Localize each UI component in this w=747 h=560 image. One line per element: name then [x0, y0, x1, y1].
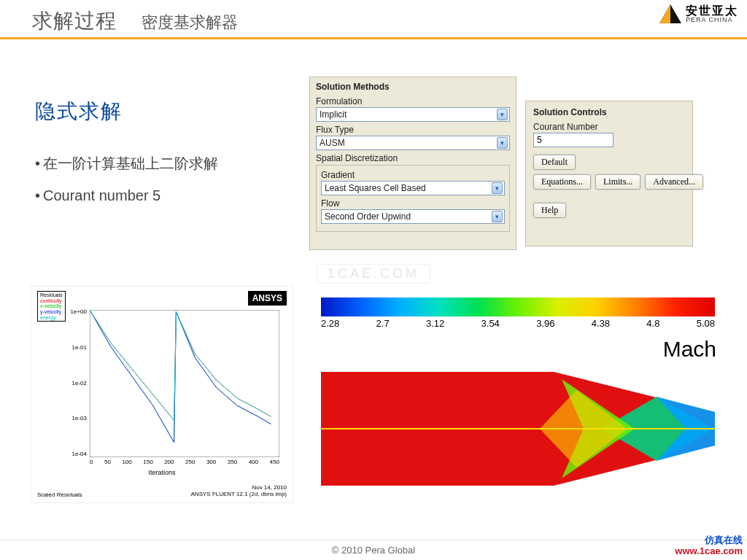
flow-select[interactable]: Second Order Upwind ▾ — [321, 209, 505, 224]
solution-methods-panel: Solution Methods Formulation Implicit ▾ … — [309, 77, 516, 250]
contour-plot — [321, 372, 715, 486]
flow-label: Flow — [321, 198, 505, 209]
panel-title: Solution Controls — [533, 107, 685, 117]
formulation-select[interactable]: Implicit ▾ — [316, 107, 510, 122]
gradient-select[interactable]: Least Squares Cell Based ▾ — [321, 181, 505, 195]
chevron-down-icon: ▾ — [497, 137, 508, 149]
x-axis-ticks: 050 100150 200250 300350 400450 — [90, 459, 279, 465]
source-stamp: 仿真在线 www.1cae.com — [675, 534, 743, 557]
mach-contour-figure: 2.28 2.7 3.12 3.54 3.96 4.38 4.8 5.08 Ma… — [303, 286, 734, 502]
colorbar-ticks: 2.28 2.7 3.12 3.54 3.96 4.38 4.8 5.08 — [321, 318, 715, 329]
mach-label: Mach — [663, 337, 716, 362]
chart-plot-area — [90, 310, 279, 457]
gradient-label: Gradient — [321, 170, 505, 180]
chevron-down-icon: ▾ — [492, 211, 503, 222]
logo-text-cn: 安世亚太 — [686, 5, 738, 17]
chevron-down-icon: ▾ — [492, 182, 503, 194]
logo-text-en: PERA CHINA — [686, 17, 738, 23]
logo-icon — [659, 4, 681, 23]
courant-number-input[interactable] — [533, 133, 614, 147]
select-value: Least Squares Cell Based — [325, 183, 426, 193]
residuals-chart: ANSYS Residuals continuity x-velocity y-… — [31, 286, 293, 503]
spatial-discretization-label: Spatial Discretization — [316, 153, 510, 163]
help-button[interactable]: Help — [533, 203, 566, 218]
advanced-button[interactable]: Advanced... — [645, 174, 703, 190]
chevron-down-icon: ▾ — [497, 109, 508, 120]
solution-controls-panel: Solution Controls Courant Number Default… — [525, 101, 693, 246]
courant-number-label: Courant Number — [533, 122, 685, 132]
formulation-label: Formulation — [316, 96, 510, 106]
colorbar — [321, 298, 715, 316]
slide-title: 求解过程 — [32, 7, 117, 35]
select-value: Second Order Upwind — [325, 211, 411, 222]
flux-type-select[interactable]: AUSM ▾ — [316, 136, 510, 150]
panel-title: Solution Methods — [316, 82, 510, 92]
watermark: 1CAE.COM — [317, 264, 430, 284]
ansys-badge: ANSYS — [248, 291, 287, 306]
chart-footer-right: Nov 14, 2010 ANSYS FLUENT 12.1 (2d, dbns… — [191, 484, 287, 498]
brand-logo: 安世亚太 PERA CHINA — [659, 4, 738, 23]
spatial-discretization-group: Gradient Least Squares Cell Based ▾ Flow… — [316, 165, 510, 232]
equations-button[interactable]: Equations... — [533, 174, 591, 190]
limits-button[interactable]: Limits... — [595, 174, 640, 190]
select-value: AUSM — [320, 138, 345, 148]
chart-footer-left: Scaled Residuals — [37, 491, 82, 498]
default-button[interactable]: Default — [533, 155, 576, 170]
select-value: Implicit — [320, 109, 347, 120]
flux-type-label: Flux Type — [316, 125, 510, 135]
y-axis-ticks: 1e+00 1e-01 1e-02 1e-03 1e-04 — [61, 308, 87, 457]
slide-subtitle: 密度基求解器 — [142, 12, 238, 34]
x-axis-label: Iterations — [31, 469, 293, 476]
slide-footer: © 2010 Pera Global — [0, 540, 747, 560]
